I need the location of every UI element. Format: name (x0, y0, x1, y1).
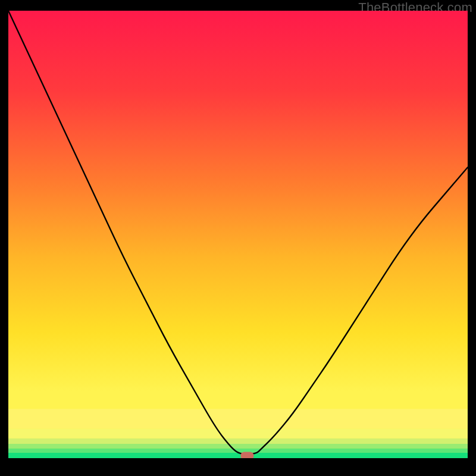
chart-frame: TheBottleneck.com (0, 0, 476, 476)
plot-area (8, 11, 468, 458)
gradient-background (8, 11, 468, 458)
optimal-marker (240, 452, 253, 458)
svg-rect-1 (8, 428, 468, 439)
svg-rect-5 (8, 453, 468, 458)
svg-rect-0 (8, 409, 468, 428)
bottom-bands (8, 409, 468, 458)
svg-rect-3 (8, 444, 468, 449)
svg-rect-2 (8, 439, 468, 444)
bottleneck-plot (8, 11, 468, 458)
